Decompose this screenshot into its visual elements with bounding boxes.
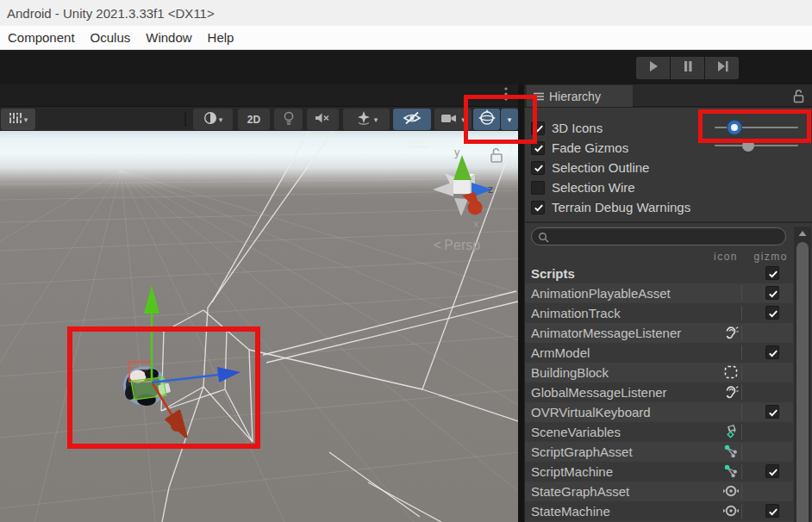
2d-label: 2D: [247, 114, 260, 126]
persp-label[interactable]: <Persp: [434, 238, 480, 252]
popup-separator: [525, 221, 812, 223]
scripts-section-label: Scripts: [531, 266, 575, 281]
column-divider: [741, 444, 742, 459]
scene-toolbar: ▾ ▾ 2D ▾: [0, 106, 518, 131]
axis-label-y: y: [454, 146, 460, 158]
script-row: StateGraphAsset: [525, 482, 793, 501]
panel-lock-icon[interactable]: [792, 89, 805, 107]
gizmo-checkbox-checked[interactable]: [765, 504, 779, 518]
scene-effects-button[interactable]: ▾: [343, 109, 390, 130]
workspace: ▾ ▾ 2D ▾: [0, 84, 812, 522]
scene-visibility-button[interactable]: [393, 109, 431, 130]
pause-button[interactable]: [671, 57, 704, 79]
gizmo-toggle-list: 3D IconsFade GizmosSelection OutlineSele…: [531, 118, 690, 217]
state-graph-icon[interactable]: [723, 503, 739, 519]
script-name: AnimationPlayableAsset: [531, 286, 671, 301]
axis-label-z: z: [488, 183, 493, 196]
gizmo-checkbox-checked[interactable]: [765, 345, 779, 359]
tool-settings-button[interactable]: ▾: [1, 109, 35, 130]
menu-item-oculus[interactable]: Oculus: [83, 26, 139, 50]
tool-handle-icon: [9, 111, 22, 128]
play-icon: [643, 56, 664, 80]
state-graph-icon[interactable]: [723, 483, 739, 499]
script-graph-icon[interactable]: [723, 444, 739, 459]
axis-cone-neg[interactable]: [454, 198, 468, 216]
script-row: GlobalMessageListener: [525, 382, 793, 402]
script-graph-icon[interactable]: [723, 463, 739, 479]
menu-item-window[interactable]: Window: [138, 26, 199, 50]
column-divider: [741, 425, 742, 439]
script-name: ScriptGraphAsset: [531, 444, 633, 459]
gizmo-toggle-row: Fade Gizmos: [531, 138, 690, 158]
fade-gizmos-slider-track[interactable]: [715, 145, 798, 146]
menu-item-component[interactable]: Component: [0, 26, 83, 50]
shading-mode-button[interactable]: ▾: [193, 109, 233, 130]
gizmos-dropdown-button[interactable]: ▾: [501, 109, 518, 130]
2d-toggle-button[interactable]: 2D: [238, 109, 270, 130]
axis-cone-y[interactable]: [453, 155, 472, 180]
toggle-label: Fade Gizmos: [552, 140, 628, 155]
overlay-menu-icon[interactable]: [503, 86, 509, 107]
step-icon: [712, 56, 733, 80]
gizmo-arrow-z[interactable]: [217, 367, 240, 382]
3d-icons-slider-knob[interactable]: [727, 120, 742, 135]
gizmo-checkbox-checked[interactable]: [765, 405, 779, 419]
fade-gizmos-slider-knob[interactable]: [742, 140, 754, 152]
ear-listener-icon[interactable]: [723, 325, 739, 340]
chevron-down-icon: ▾: [461, 115, 465, 124]
column-divider: [741, 306, 742, 320]
checkbox-checked[interactable]: [531, 161, 545, 175]
script-name: BuildingBlock: [531, 365, 609, 380]
scripts-list: AnimationPlayableAssetAnimationTrackAnim…: [525, 283, 793, 522]
main-toolbar: [0, 50, 812, 84]
script-row: ArmModel: [525, 343, 793, 363]
play-button[interactable]: [636, 57, 670, 79]
checkbox-checked[interactable]: [531, 201, 545, 214]
scene-viewport[interactable]: y z x <Persp: [0, 131, 518, 522]
column-divider: [741, 365, 742, 380]
scroll-up-icon[interactable]: [794, 228, 811, 239]
ear-listener-icon[interactable]: [723, 384, 739, 400]
scene-canvas[interactable]: y z x <Persp: [0, 131, 518, 522]
script-row: AnimationPlayableAsset: [525, 283, 793, 303]
hierarchy-panel: Hierarchy 3D IconsFade GizmosSelection O…: [524, 84, 812, 522]
shaded-sphere-icon: [203, 111, 217, 128]
overlay-handle-icon[interactable]: [409, 141, 429, 147]
gizmo-checkbox-checked[interactable]: [765, 464, 779, 478]
lightbulb-icon: [282, 110, 296, 129]
gizmos-button[interactable]: [473, 109, 500, 130]
scene-audio-button[interactable]: [307, 109, 339, 130]
scene-variables-icon[interactable]: [723, 424, 739, 439]
script-name: ArmModel: [531, 345, 590, 360]
gizmo-arrow-y[interactable]: [144, 285, 159, 314]
tab-hierarchy[interactable]: Hierarchy: [527, 85, 633, 107]
scene-orientation-gizmo[interactable]: y z x: [433, 146, 493, 230]
window-titlebar[interactable]: Android - Unity 2021.3.33f1 <DX11>: [0, 0, 812, 26]
script-name: SceneVariables: [531, 425, 621, 439]
step-button[interactable]: [705, 57, 739, 79]
scene-lighting-button[interactable]: [274, 109, 303, 130]
checkbox-unchecked[interactable]: [531, 181, 545, 195]
menu-item-help[interactable]: Help: [200, 26, 242, 50]
column-header-icon: icon: [714, 251, 738, 263]
gizmo-toggle-row: Terrain Debug Warnings: [531, 197, 690, 217]
checkbox-checked[interactable]: [531, 121, 545, 135]
script-name: OVRVirtualKeyboard: [531, 405, 651, 419]
scrollbar[interactable]: [794, 227, 811, 522]
column-divider: [741, 286, 742, 301]
gizmo-toggle-row: Selection Wire: [531, 177, 690, 197]
scene-lock-icon[interactable]: [491, 149, 502, 162]
scrollbar-thumb[interactable]: [796, 242, 809, 522]
search-input[interactable]: [553, 228, 781, 245]
effects-star-icon: [355, 110, 372, 129]
dashed-frame-icon[interactable]: [723, 364, 739, 380]
script-name: StateGraphAsset: [531, 484, 629, 499]
gizmo-checkbox-checked[interactable]: [765, 306, 779, 320]
gizmo-search[interactable]: [531, 227, 786, 245]
scripts-gizmo-checkbox[interactable]: [765, 266, 779, 280]
gizmo-checkbox-checked[interactable]: [765, 286, 779, 300]
panel-splitter[interactable]: [518, 84, 524, 522]
checkbox-checked[interactable]: [531, 141, 545, 155]
scene-camera-button[interactable]: ▾: [434, 109, 472, 130]
toggle-label: Terrain Debug Warnings: [552, 200, 690, 214]
